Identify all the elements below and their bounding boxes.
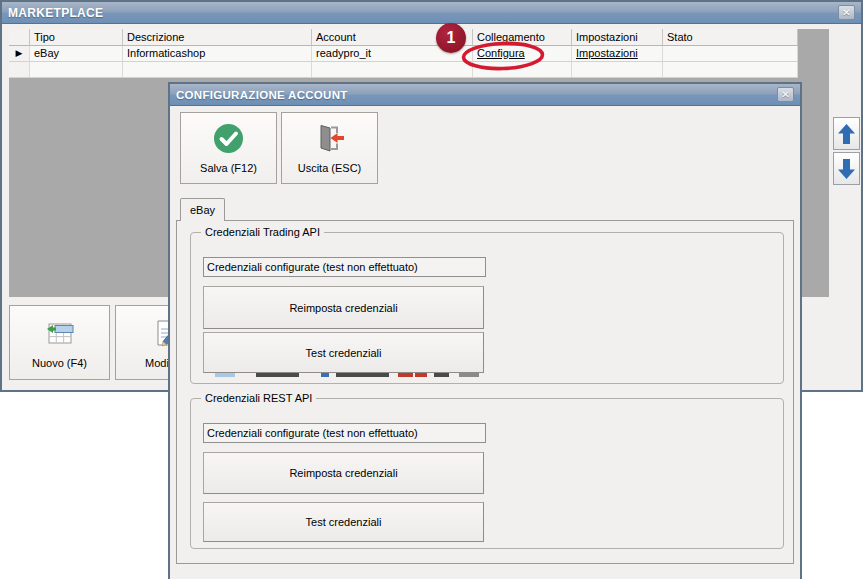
table-row[interactable]: ▶ eBay Informaticashop readypro_it Confi… xyxy=(9,46,798,62)
marketplace-close-icon[interactable]: ✕ xyxy=(838,5,855,20)
configurazione-account-dialog: CONFIGURAZIONE ACCOUNT ✕ Salva (F12) Usc… xyxy=(168,82,802,579)
marketplace-titlebar: MARKETPLACE ✕ xyxy=(2,2,861,24)
annotation-red-ellipse xyxy=(459,39,546,74)
row-pointer-icon: ▶ xyxy=(16,49,23,58)
column-header-impostazioni[interactable]: Impostazioni xyxy=(572,29,663,46)
nuovo-button[interactable]: Nuovo (F4) xyxy=(9,305,110,380)
dialog-close-icon[interactable]: ✕ xyxy=(777,87,794,102)
tab-ebay[interactable]: eBay xyxy=(180,198,225,221)
table-empty-row xyxy=(9,62,798,78)
rest-credentials-status: Credenziali configurate (test non effett… xyxy=(203,423,486,443)
marketplace-window-title: MARKETPLACE xyxy=(8,6,838,20)
trading-credentials-status: Credenziali configurate (test non effett… xyxy=(203,257,486,277)
impostazioni-link[interactable]: Impostazioni xyxy=(576,47,638,59)
screen: MARKETPLACE ✕ Tipo Descrizione Account C… xyxy=(0,0,863,579)
exit-door-icon xyxy=(314,122,346,154)
new-record-icon xyxy=(44,317,76,349)
uscita-button[interactable]: Uscita (ESC) xyxy=(281,112,378,184)
column-header-stato[interactable]: Stato xyxy=(663,29,798,46)
header-selector-cell xyxy=(9,29,30,46)
trading-test-button[interactable]: Test credenziali xyxy=(203,332,484,373)
trading-reimposta-button[interactable]: Reimposta credenziali xyxy=(203,286,484,329)
dialog-title: CONFIGURAZIONE ACCOUNT xyxy=(176,89,777,101)
group-rest-api-title: Credenziali REST API xyxy=(201,391,316,406)
cell-impostazioni: Impostazioni xyxy=(572,46,663,62)
row-selector-cell: ▶ xyxy=(9,46,30,62)
rest-test-button[interactable]: Test credenziali xyxy=(203,502,484,542)
salva-button[interactable]: Salva (F12) xyxy=(180,112,277,184)
up-arrow-icon xyxy=(837,123,856,145)
salva-button-label: Salva (F12) xyxy=(200,162,257,174)
table-header-row: Tipo Descrizione Account Collegamento Im… xyxy=(9,29,798,46)
cell-stato xyxy=(663,46,798,62)
group-trading-api: Credenziali Trading API Credenziali conf… xyxy=(190,232,784,384)
nuovo-button-label: Nuovo (F4) xyxy=(32,357,87,369)
cell-descrizione: Informaticashop xyxy=(123,46,312,62)
dialog-titlebar: CONFIGURAZIONE ACCOUNT ✕ xyxy=(170,84,800,106)
move-down-button[interactable] xyxy=(833,152,860,185)
group-rest-api: Credenziali REST API Credenziali configu… xyxy=(190,398,784,549)
uscita-button-label: Uscita (ESC) xyxy=(298,162,362,174)
clipped-content-strip xyxy=(191,373,783,377)
column-header-descrizione[interactable]: Descrizione xyxy=(123,29,312,46)
save-check-icon xyxy=(213,123,244,154)
column-header-tipo[interactable]: Tipo xyxy=(30,29,123,46)
down-arrow-icon xyxy=(837,158,856,180)
move-up-button[interactable] xyxy=(833,117,860,150)
group-trading-api-title: Credenziali Trading API xyxy=(201,225,324,240)
cell-tipo: eBay xyxy=(30,46,123,62)
rest-reimposta-button[interactable]: Reimposta credenziali xyxy=(203,452,484,494)
